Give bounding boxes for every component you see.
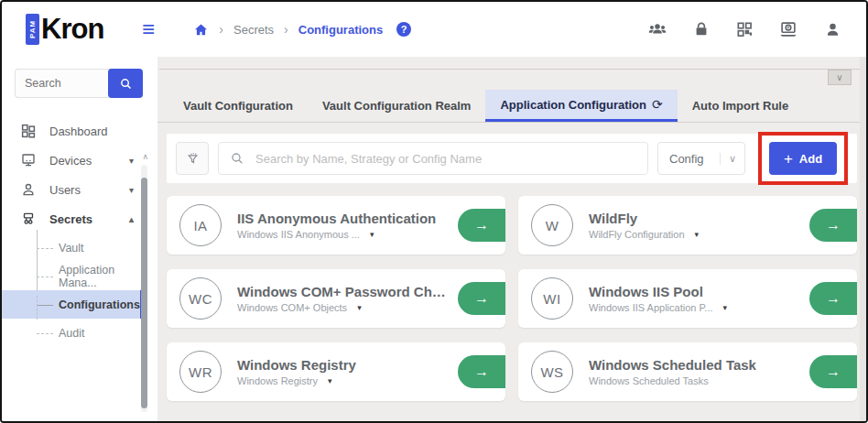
chevron-down-icon[interactable]: ▾ (357, 303, 362, 312)
sidebar-item-dashboard[interactable]: Dashboard (2, 116, 157, 146)
chevron-up-icon: ▴ (129, 214, 134, 224)
panel-collapse-button[interactable]: ∨ (828, 70, 852, 85)
open-config-button[interactable]: → (458, 209, 505, 242)
session-monitor-icon[interactable] (778, 19, 798, 39)
app-window: PAM Kron ≡ › Secrets › Configurations ? (0, 0, 868, 423)
config-card-iis-anonymous-authentication: IA IIS Anonymous Authentication Windows … (167, 196, 505, 255)
sidebar-item-label: Dashboard (49, 125, 134, 138)
chevron-down-icon[interactable]: ▾ (370, 230, 374, 239)
avatar: W (531, 204, 573, 246)
devices-icon (20, 152, 37, 168)
search-icon (119, 77, 133, 91)
sidebar-item-devices[interactable]: Devices ▾ (2, 146, 157, 175)
sidebar-subitem-application-management[interactable]: Application Mana... (2, 262, 143, 290)
chevron-down-icon: ▾ (129, 185, 134, 195)
help-icon[interactable]: ? (396, 22, 411, 37)
users-icon (20, 181, 37, 198)
config-card-windows-registry: WR Windows Registry Windows Registry ▾ → (167, 342, 505, 401)
sidebar-search-input[interactable] (15, 69, 111, 98)
topbar: PAM Kron ≡ › Secrets › Configurations ? (2, 2, 866, 57)
chevron-down-icon: ▾ (129, 156, 134, 166)
add-button-label: Add (799, 152, 822, 166)
home-icon[interactable] (193, 22, 209, 38)
card-subtitle: WildFly Configuration (589, 229, 685, 240)
open-config-button[interactable]: → (458, 355, 505, 388)
subitem-label: Vault (59, 242, 84, 255)
secrets-submenu: Vault Application Mana... Configurations… (2, 233, 157, 347)
chevron-down-icon: ∨ (836, 73, 842, 82)
breadcrumb-separator: › (219, 22, 223, 37)
avatar: WR (179, 351, 222, 393)
breadcrumb: › Secrets › Configurations ? (193, 22, 411, 38)
card-title: Windows COM+ Password Change (237, 284, 447, 299)
card-subtitle: Windows IIS Application P... (589, 302, 713, 313)
sidebar-item-secrets[interactable]: Secrets ▴ (2, 204, 157, 233)
chevron-down-icon[interactable]: ▾ (723, 303, 728, 312)
config-card-wildfly: W WildFly WildFly Configuration ▾ → (518, 196, 857, 255)
tab-label: Auto Import Rule (692, 99, 788, 113)
sidebar-subitem-configurations[interactable]: Configurations (2, 290, 143, 319)
card-subtitle: Windows COM+ Objects (237, 302, 347, 313)
filter-button[interactable] (176, 142, 209, 175)
subitem-label: Audit (59, 327, 85, 340)
config-type-select[interactable]: Config ∨ (657, 142, 745, 175)
card-title: Windows Scheduled Task (589, 357, 756, 373)
subitem-label: Configurations (59, 298, 140, 311)
collapse-strip: ∨ (157, 57, 866, 84)
tab-vault-configuration-realm[interactable]: Vault Configuration Realm (308, 90, 486, 122)
arrow-right-icon: → (826, 290, 841, 307)
breadcrumb-secrets[interactable]: Secrets (233, 23, 274, 37)
open-config-button[interactable]: → (458, 282, 505, 315)
chevron-down-icon[interactable]: ▾ (695, 230, 700, 239)
open-config-button[interactable]: → (809, 209, 857, 242)
avatar: IA (179, 204, 222, 246)
arrow-right-icon: → (474, 290, 489, 307)
add-button[interactable]: + Add (769, 142, 837, 175)
avatar: WS (531, 351, 573, 393)
user-groups-icon[interactable] (647, 19, 667, 39)
sidebar-item-label: Secrets (49, 212, 116, 226)
sidebar-scrollbar-thumb[interactable] (141, 178, 147, 408)
annotation-highlight: + Add (758, 132, 848, 185)
avatar: WI (531, 277, 573, 320)
sidebar-scrollbar[interactable] (141, 165, 147, 412)
tab-auto-import-rule[interactable]: Auto Import Rule (678, 90, 803, 122)
breadcrumb-configurations[interactable]: Configurations (298, 23, 383, 37)
tab-vault-configuration[interactable]: Vault Configuration (168, 90, 308, 122)
topbar-actions (647, 19, 842, 39)
card-subtitle: Windows IIS Anonymous ... (237, 229, 360, 240)
card-subtitle: Windows Registry (237, 375, 318, 386)
main-scrollbar[interactable] (860, 57, 866, 421)
config-card-windows-scheduled-task: WS Windows Scheduled Task Windows Schedu… (518, 342, 857, 401)
chevron-down-icon: ∨ (720, 153, 736, 165)
search-icon (230, 151, 244, 166)
tab-application-configuration[interactable]: Application Configuration ⟳ (485, 90, 677, 122)
menu-toggle-icon[interactable]: ≡ (142, 18, 155, 40)
tab-bar: Vault Configuration Vault Configuration … (157, 90, 866, 123)
arrow-right-icon: → (826, 363, 841, 380)
tab-label: Vault Configuration (183, 99, 293, 113)
sidebar-subitem-audit[interactable]: Audit (2, 319, 143, 347)
config-card-windows-com-password-change: WC Windows COM+ Password Change Windows … (167, 269, 505, 328)
sidebar-item-label: Devices (49, 154, 116, 168)
config-card-windows-iis-pool: WI Windows IIS Pool Windows IIS Applicat… (518, 269, 857, 328)
apps-grid-icon[interactable] (735, 20, 754, 38)
filter-panel: Config ∨ + Add (167, 134, 857, 183)
app-logo[interactable]: PAM Kron (26, 13, 103, 46)
main-content: ∨ Vault Configuration Vault Configuratio… (157, 57, 866, 421)
sidebar-subitem-vault[interactable]: Vault (2, 233, 143, 262)
tab-label: Vault Configuration Realm (322, 99, 472, 113)
config-search-input[interactable] (255, 152, 636, 166)
lock-icon[interactable] (692, 20, 711, 38)
plus-icon: + (784, 151, 793, 167)
sidebar-item-users[interactable]: Users ▾ (2, 175, 157, 204)
profile-icon[interactable] (823, 20, 842, 39)
sidebar-search-button[interactable] (108, 69, 143, 98)
refresh-icon[interactable]: ⟳ (652, 97, 663, 112)
chevron-down-icon[interactable]: ▾ (328, 376, 332, 385)
open-config-button[interactable]: → (809, 282, 857, 315)
dashboard-icon (20, 123, 37, 139)
card-title: Windows IIS Pool (589, 284, 727, 299)
scrollbar-up-icon[interactable]: ∧ (142, 152, 148, 161)
open-config-button[interactable]: → (809, 355, 857, 388)
